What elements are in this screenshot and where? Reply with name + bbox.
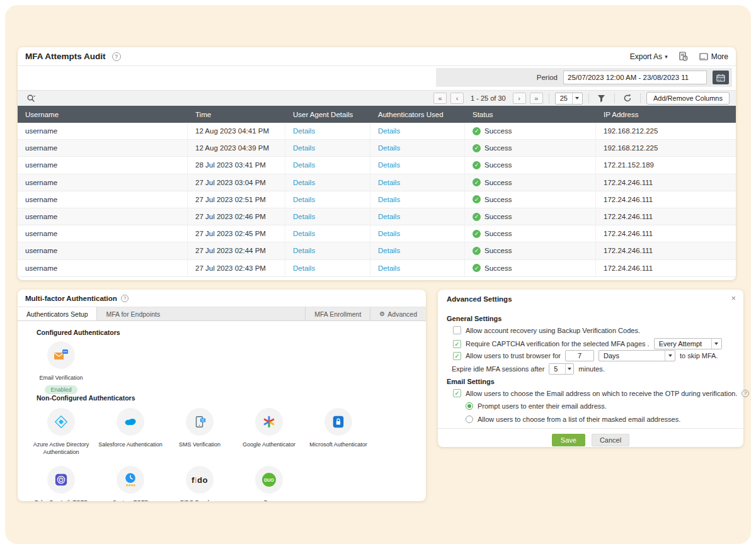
refresh-icon[interactable] xyxy=(621,93,634,104)
chevron-down-icon xyxy=(572,93,582,104)
authenticator-tile-duo[interactable]: DUODuo xyxy=(234,466,304,501)
authenticators-used-details-link[interactable]: Details xyxy=(378,144,400,152)
authenticator-tile-custom-totp[interactable]: Custom TOTP Authenticator xyxy=(96,466,165,501)
column-header-user-agent[interactable]: User Agent Details xyxy=(285,106,370,123)
tab-advanced[interactable]: ⚙ Advanced xyxy=(370,307,426,320)
cell-user-agent-details: Details xyxy=(285,260,370,276)
more-icon xyxy=(699,53,708,60)
cell-ip-address: 172.24.246.111 xyxy=(596,191,736,208)
authenticators-used-details-link[interactable]: Details xyxy=(378,264,400,272)
page-size-select[interactable]: 25 xyxy=(555,93,583,105)
authenticator-tile-microsoft-authenticator[interactable]: Microsoft Authenticator xyxy=(304,408,373,456)
table-row[interactable]: username27 Jul 2023 02:43 PMDetailsDetai… xyxy=(18,260,736,277)
user-agent-details-link[interactable]: Details xyxy=(293,144,315,152)
authenticators-used-details-link[interactable]: Details xyxy=(378,213,400,220)
authenticators-used-details-link[interactable]: Details xyxy=(378,179,400,186)
more-button[interactable]: More xyxy=(699,52,728,61)
authenticators-used-details-link[interactable]: Details xyxy=(378,161,400,169)
trust-days-input[interactable]: 7 xyxy=(565,350,594,361)
authenticator-tile-salesforce[interactable]: Salesforce Authentication xyxy=(96,408,165,456)
search-icon[interactable] xyxy=(24,93,38,104)
tab-mfa-enrollment[interactable]: MFA Enrollment xyxy=(305,307,370,320)
user-agent-details-link[interactable]: Details xyxy=(293,247,315,254)
authenticator-tile-zoho-oneauth[interactable]: Zoho OneAuth TOTP xyxy=(26,466,96,501)
column-header-time[interactable]: Time xyxy=(188,106,285,123)
authenticators-used-details-link[interactable]: Details xyxy=(378,127,400,135)
cell-time: 27 Jul 2023 02:43 PM xyxy=(188,260,285,276)
scheduled-report-icon[interactable] xyxy=(677,51,690,62)
column-header-ip[interactable]: IP Address xyxy=(596,106,736,123)
cell-authenticators-used: Details xyxy=(370,174,465,191)
salesforce-icon xyxy=(117,408,144,436)
authenticator-tile-google-authenticator[interactable]: Google Authenticator xyxy=(234,408,304,456)
last-page-button[interactable]: » xyxy=(530,93,543,104)
authenticators-used-details-link[interactable]: Details xyxy=(378,230,400,237)
mfa-titlebar: Multi-factor Authentication ? xyxy=(18,290,426,307)
help-icon[interactable]: ? xyxy=(121,295,129,302)
prev-page-button[interactable]: ‹ xyxy=(450,93,464,104)
authenticator-tile-azure-ad[interactable]: Azure Active Directory Authentication xyxy=(26,408,96,456)
expire-minutes-select[interactable]: 5 xyxy=(549,363,574,375)
cell-status: Success xyxy=(465,157,596,173)
cell-username: username xyxy=(18,191,188,208)
column-header-authenticators[interactable]: Authenticators Used xyxy=(370,106,465,123)
cell-username: username xyxy=(18,174,188,191)
authenticators-used-details-link[interactable]: Details xyxy=(378,196,400,203)
column-header-status[interactable]: Status xyxy=(465,106,596,123)
authenticator-tile-email-verification[interactable]: Email VerificationEnabled xyxy=(26,341,96,394)
column-header-username[interactable]: Username xyxy=(18,106,188,123)
advanced-settings-panel: Advanced Settings × General Settings All… xyxy=(438,290,743,447)
cell-time: 27 Jul 2023 03:04 PM xyxy=(188,174,285,191)
checkbox-email-choice[interactable] xyxy=(453,389,461,397)
cell-user-agent-details: Details xyxy=(285,157,370,173)
user-agent-details-link[interactable]: Details xyxy=(293,179,315,186)
status-badge: Enabled xyxy=(45,385,77,394)
checkbox-trust-browser[interactable] xyxy=(453,352,461,360)
table-row[interactable]: username12 Aug 2023 04:39 PMDetailsDetai… xyxy=(18,140,736,157)
user-agent-details-link[interactable]: Details xyxy=(293,196,315,203)
help-icon[interactable]: ? xyxy=(742,390,749,397)
user-agent-details-link[interactable]: Details xyxy=(293,161,315,169)
user-agent-details-link[interactable]: Details xyxy=(293,213,315,220)
success-check-icon xyxy=(472,195,481,203)
cell-time: 27 Jul 2023 02:51 PM xyxy=(188,191,285,208)
cell-authenticators-used: Details xyxy=(370,157,465,173)
filter-icon[interactable] xyxy=(595,93,609,104)
checkbox-captcha[interactable] xyxy=(453,340,461,348)
export-as-button[interactable]: Export As ▾ xyxy=(630,52,668,61)
trust-unit-select[interactable]: Days xyxy=(598,350,675,361)
table-row[interactable]: username27 Jul 2023 02:51 PMDetailsDetai… xyxy=(18,191,736,208)
radio-prompt-email[interactable] xyxy=(466,402,473,410)
captcha-frequency-select[interactable]: Every Attempt xyxy=(654,338,722,349)
divider xyxy=(588,93,589,103)
option-captcha: Require CAPTCHA verification for the sel… xyxy=(453,338,722,349)
authenticator-tile-sms[interactable]: SMS Verification xyxy=(165,408,234,456)
authenticator-tile-fido[interactable]: fidoFIDO Passkeys xyxy=(165,466,234,501)
period-range-input[interactable]: 25/07/2023 12:00 AM - 23/08/2023 11 xyxy=(563,71,707,84)
table-body: username12 Aug 2023 04:41 PMDetailsDetai… xyxy=(18,123,736,280)
add-remove-columns-button[interactable]: Add/Remove Columns xyxy=(646,92,730,105)
radio-masked-email[interactable] xyxy=(466,416,473,423)
table-row[interactable]: username27 Jul 2023 02:45 PMDetailsDetai… xyxy=(18,225,736,242)
table-row[interactable]: username12 Aug 2023 04:41 PMDetailsDetai… xyxy=(18,123,736,140)
close-icon[interactable]: × xyxy=(731,293,736,303)
authenticators-used-details-link[interactable]: Details xyxy=(378,247,400,254)
help-icon[interactable]: ? xyxy=(112,52,121,61)
cell-authenticators-used: Details xyxy=(370,225,465,242)
tab-authenticators-setup[interactable]: Authenticators Setup xyxy=(18,307,97,320)
calendar-button[interactable] xyxy=(713,71,729,84)
user-agent-details-link[interactable]: Details xyxy=(293,230,315,237)
success-check-icon xyxy=(472,264,481,272)
next-page-button[interactable]: › xyxy=(513,93,526,104)
save-button[interactable]: Save xyxy=(552,434,585,446)
tab-mfa-for-endpoints[interactable]: MFA for Endpoints xyxy=(97,307,169,320)
table-row[interactable]: username27 Jul 2023 02:46 PMDetailsDetai… xyxy=(18,208,736,225)
user-agent-details-link[interactable]: Details xyxy=(293,264,315,272)
user-agent-details-link[interactable]: Details xyxy=(293,127,315,135)
first-page-button[interactable]: « xyxy=(433,93,447,104)
cancel-button[interactable]: Cancel xyxy=(592,434,629,446)
table-row[interactable]: username28 Jul 2023 03:41 PMDetailsDetai… xyxy=(18,157,736,174)
table-row[interactable]: username27 Jul 2023 03:04 PMDetailsDetai… xyxy=(18,174,736,191)
checkbox-backup-codes[interactable] xyxy=(453,326,461,334)
table-row[interactable]: username27 Jul 2023 02:44 PMDetailsDetai… xyxy=(18,242,736,259)
